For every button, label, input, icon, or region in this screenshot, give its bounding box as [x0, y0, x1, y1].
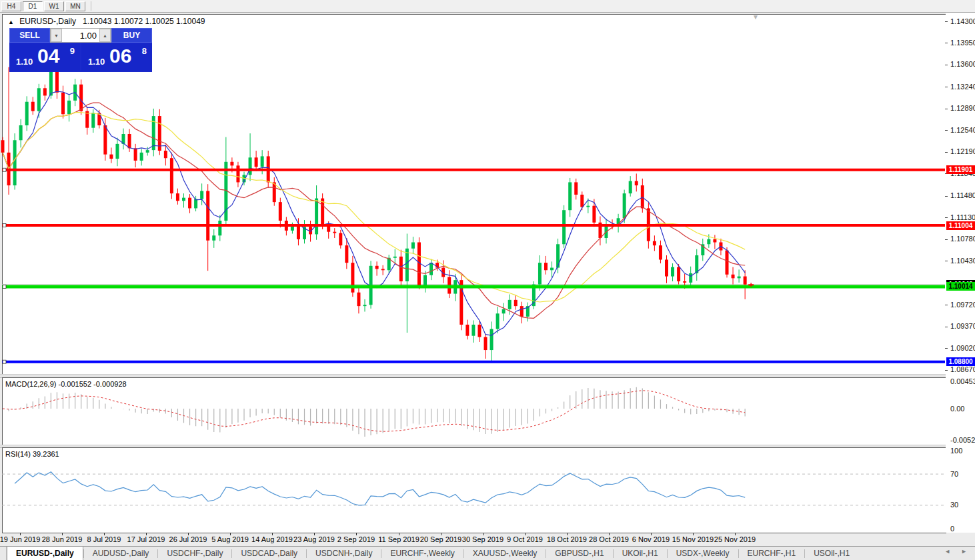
- tabbar-grip[interactable]: [0, 547, 7, 560]
- date-axis-label: 19 Jun 2019: [0, 535, 40, 543]
- date-axis-label: 30 Sep 2019: [462, 535, 504, 543]
- date-axis-tick: [272, 533, 273, 535]
- macd-pane[interactable]: [2, 377, 946, 446]
- date-axis-label: 17 Jul 2019: [127, 535, 165, 543]
- chart-tab-eurusd-daily[interactable]: EURUSD-,Daily: [7, 547, 83, 560]
- date-axis-tick: [693, 533, 694, 535]
- date-axis-label: 23 Aug 2019: [293, 535, 335, 543]
- price-axis-tick: [945, 196, 948, 197]
- date-axis-label: 8 Jul 2019: [87, 535, 121, 543]
- level-price-box: 1.10014: [946, 282, 975, 291]
- tabs-scroll-right-button[interactable]: ►: [961, 548, 967, 555]
- volume-input[interactable]: [62, 29, 99, 42]
- date-axis-label: 25 Nov 2019: [714, 535, 756, 543]
- price-axis-tick: [945, 130, 948, 131]
- chart-tab-eurchf-h1[interactable]: EURCHF-,H1: [739, 547, 805, 560]
- rsi-indicator-label: RSI(14) 39.2361: [5, 450, 59, 458]
- macd-axis-label: 0.004536: [950, 377, 975, 385]
- chart-title: ▲ EURUSD-,Daily 1.10043 1.10072 1.10025 …: [8, 17, 205, 26]
- chevron-down-icon: ▼: [54, 33, 59, 38]
- date-axis-tick: [62, 533, 63, 535]
- price-axis-tick: [945, 239, 948, 240]
- price-axis-tick: [945, 109, 948, 109]
- date-axis-label: 6 Nov 2019: [632, 535, 670, 543]
- chart-tab-usdcnh-daily[interactable]: USDCNH-,Daily: [307, 547, 381, 560]
- date-axis-tick: [735, 533, 736, 535]
- date-axis-label: 18 Oct 2019: [547, 535, 587, 543]
- price-axis-tick: [945, 370, 948, 371]
- collapse-arrow-icon[interactable]: ▲: [8, 19, 14, 25]
- date-axis-tick: [441, 533, 441, 535]
- price-axis-tick: [945, 65, 948, 65]
- date-axis-label: 14 Aug 2019: [251, 535, 293, 543]
- rsi-axis-label: 70: [950, 470, 958, 478]
- toolbar-separator: [91, 1, 91, 11]
- sell-button[interactable]: SELL: [9, 28, 50, 43]
- macd-axis-label: -0.005205: [950, 436, 975, 444]
- timeframe-button-h4[interactable]: H4: [1, 1, 21, 11]
- date-axis-tick: [356, 533, 357, 535]
- volume-increase-button[interactable]: ▲: [99, 29, 111, 42]
- date-axis-label: 15 Nov 2019: [672, 535, 714, 543]
- price-axis-tick-label: 1.12890: [950, 104, 975, 112]
- chevron-up-icon: ▲: [103, 33, 107, 38]
- chart-tab-usdx-weekly[interactable]: USDX-,Weekly: [668, 547, 738, 560]
- chart-tab-ukoil-h1[interactable]: UKOil-,H1: [614, 547, 667, 560]
- price-axis-tick-label: 1.10780: [950, 235, 975, 243]
- buy-button[interactable]: BUY: [111, 28, 152, 43]
- sell-price-display[interactable]: 1.10 04 9: [9, 43, 80, 71]
- date-axis-tick: [146, 533, 147, 535]
- rsi-pane[interactable]: [2, 447, 946, 533]
- timeframe-button-d1[interactable]: D1: [23, 1, 43, 11]
- price-axis-tick: [945, 43, 948, 43]
- macd-indicator-label: MACD(12,26,9) -0.001552 -0.000928: [5, 380, 127, 388]
- rsi-axis-label: 30: [950, 501, 958, 509]
- date-axis-label: 5 Aug 2019: [211, 535, 249, 543]
- date-axis-tick: [525, 533, 526, 535]
- volume-stepper: ▼ ▲: [50, 28, 111, 43]
- tabs-scroll-left-button[interactable]: ◄: [944, 548, 950, 555]
- one-click-trading-panel: SELL ▼ ▲ BUY 1.10 04 9 1.10 06 8: [9, 28, 152, 72]
- price-axis-tick: [945, 152, 948, 153]
- price-axis-tick: [945, 217, 948, 218]
- price-axis-tick: [945, 87, 948, 87]
- price-axis-tick-label: 1.12190: [950, 147, 975, 155]
- date-axis-label: 28 Oct 2019: [589, 535, 629, 543]
- chart-shift-marker-icon[interactable]: ▼: [752, 13, 759, 21]
- chart-tab-usdchf-daily[interactable]: USDCHF-,Daily: [158, 547, 231, 560]
- rsi-axis-label: 0: [950, 525, 954, 533]
- chart-tab-xauusd-weekly[interactable]: XAUUSD-,Weekly: [464, 547, 546, 560]
- buy-price-big: 06: [109, 45, 131, 67]
- price-axis-tick-label: 1.11130: [950, 213, 975, 221]
- price-axis-tick-label: 1.12540: [950, 126, 975, 134]
- trading-terminal: H4D1W1MN ▲ EURUSD-,Daily 1.10043 1.10072…: [0, 0, 975, 560]
- price-axis-tick-label: 1.11480: [950, 191, 975, 199]
- sell-price-prefix: 1.10: [16, 57, 33, 67]
- price-axis-tick-label: 1.13240: [950, 83, 975, 91]
- timeframe-toolbar: H4D1W1MN: [0, 0, 975, 13]
- price-axis-tick-label: 1.09370: [950, 322, 975, 330]
- chart-tab-audusd-daily[interactable]: AUDUSD-,Daily: [84, 547, 158, 560]
- price-axis-tick-label: 1.09720: [950, 301, 975, 309]
- chart-tab-usoil-h1[interactable]: USOil-,H1: [805, 547, 858, 560]
- date-axis-label: 20 Sep 2019: [420, 535, 461, 543]
- chart-tab-usdcad-daily[interactable]: USDCAD-,Daily: [232, 547, 306, 560]
- chart-tab-bar: EURUSD-,DailyAUDUSD-,DailyUSDCHF-,DailyU…: [0, 546, 975, 560]
- rsi-axis-label: 100: [950, 447, 962, 455]
- date-axis-tick: [651, 533, 652, 535]
- sell-price-big: 04: [37, 45, 59, 67]
- timeframe-button-mn[interactable]: MN: [65, 1, 85, 11]
- chart-ohlc-values: 1.10043 1.10072 1.10025 1.10049: [83, 17, 205, 26]
- date-axis-tick: [104, 533, 105, 535]
- level-price-box: 1.11901: [946, 165, 975, 174]
- price-axis-tick-label: 1.09020: [950, 344, 975, 352]
- price-axis-area[interactable]: [946, 13, 975, 533]
- timeframe-button-w1[interactable]: W1: [44, 1, 64, 11]
- chart-tab-gbpusd-h1[interactable]: GBPUSD-,H1: [546, 547, 612, 560]
- buy-price-display[interactable]: 1.10 06 8: [81, 43, 152, 71]
- date-axis-tick: [609, 533, 610, 535]
- chart-tab-eurchf-weekly[interactable]: EURCHF-,Weekly: [381, 547, 463, 560]
- date-axis-label: 9 Oct 2019: [507, 535, 543, 543]
- chart-symbol-label: EURUSD-,Daily: [19, 17, 76, 26]
- volume-decrease-button[interactable]: ▼: [51, 29, 62, 42]
